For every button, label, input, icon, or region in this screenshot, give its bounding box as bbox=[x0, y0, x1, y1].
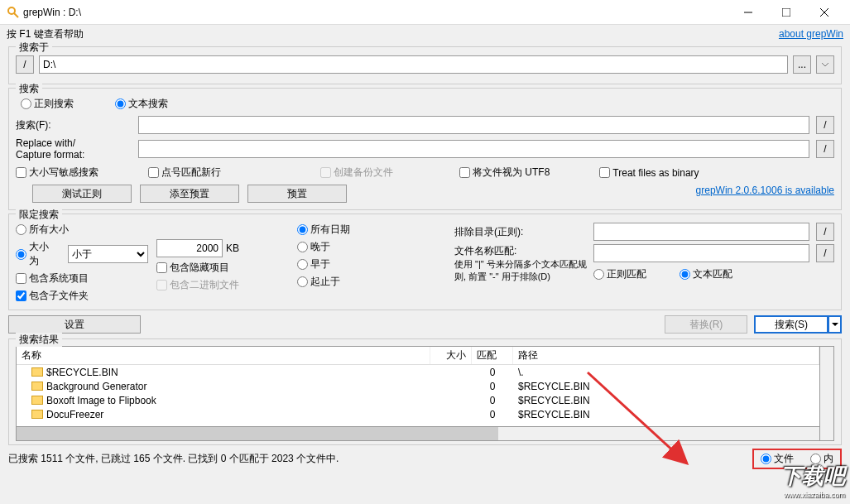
svg-line-1 bbox=[14, 13, 18, 17]
help-text: 按 F1 键查看帮助 bbox=[7, 27, 779, 41]
about-link[interactable]: about grepWin bbox=[779, 28, 843, 40]
results-legend: 搜索结果 bbox=[16, 333, 62, 347]
minimize-button[interactable] bbox=[729, 0, 767, 25]
limit-group: 限定搜索 所有大小 大小为 小于 包含系统项目 包含子文件夹 KB 包含隐藏项目… bbox=[8, 214, 842, 310]
search-button[interactable]: 搜索(S) bbox=[754, 315, 828, 334]
replace-with-label: Replace with/ Capture format: bbox=[16, 137, 132, 161]
presets-button[interactable]: 预置 bbox=[247, 185, 347, 203]
text-search-radio[interactable]: 文本搜索 bbox=[115, 97, 168, 111]
regex-match-radio[interactable]: 正则匹配 bbox=[593, 267, 646, 281]
action-row: 设置 替换(R) 搜索(S) bbox=[8, 315, 842, 334]
treat-utf8-check[interactable]: 将文件视为 UTF8 bbox=[459, 166, 550, 180]
earlier-than-radio[interactable]: 早于 bbox=[297, 257, 446, 271]
replace-button: 替换(R) bbox=[665, 315, 747, 334]
treat-binary-check[interactable]: Treat files as binary bbox=[599, 167, 699, 179]
include-subfolders-check[interactable]: 包含子文件夹 bbox=[16, 289, 148, 303]
filename-hint: 使用 "|" 号来分隔多个文本匹配规则, 前置 "-" 用于排除(D) bbox=[454, 258, 587, 283]
close-button[interactable] bbox=[805, 0, 843, 25]
search-group: 搜索 正则搜索 文本搜索 搜索(F): / Replace with/ Capt… bbox=[8, 88, 842, 210]
filename-match-input[interactable] bbox=[593, 244, 809, 262]
replace-with-input[interactable] bbox=[138, 140, 809, 158]
table-row[interactable]: $RECYCLE.BIN0\. bbox=[17, 365, 819, 379]
window-title: grepWin : D:\ bbox=[23, 7, 729, 18]
filename-slash-button[interactable]: / bbox=[816, 244, 834, 262]
app-icon bbox=[7, 6, 20, 19]
folder-icon bbox=[31, 410, 43, 419]
later-than-radio[interactable]: 晚于 bbox=[297, 240, 446, 254]
search-for-input[interactable] bbox=[138, 116, 809, 134]
watermark: 下载吧 www.xiazaiba.com bbox=[780, 462, 845, 499]
search-slash-button[interactable]: / bbox=[816, 116, 834, 134]
between-radio[interactable]: 起止于 bbox=[297, 275, 446, 289]
results-table[interactable]: 名称 大小 匹配 路径 $RECYCLE.BIN0\.Background Ge… bbox=[16, 346, 820, 427]
size-value-input[interactable] bbox=[156, 239, 223, 257]
browse-button[interactable]: ... bbox=[793, 55, 811, 74]
update-link[interactable]: grepWin 2.0.6.1006 is available bbox=[696, 185, 834, 203]
size-is-radio[interactable]: 大小为 bbox=[16, 240, 58, 268]
vertical-scrollbar[interactable] bbox=[820, 346, 834, 441]
col-size[interactable]: 大小 bbox=[430, 347, 472, 364]
regex-search-radio[interactable]: 正则搜索 bbox=[21, 97, 74, 111]
case-sensitive-check[interactable]: 大小写敏感搜索 bbox=[16, 166, 98, 180]
include-binary-check: 包含二进制文件 bbox=[156, 278, 289, 292]
titlebar: grepWin : D:\ bbox=[0, 0, 850, 25]
search-in-legend: 搜索于 bbox=[16, 41, 52, 55]
table-row[interactable]: Background Generator0$RECYCLE.BIN bbox=[17, 379, 819, 393]
help-row: 按 F1 键查看帮助 about grepWin bbox=[0, 25, 850, 43]
exclude-dirs-label: 排除目录(正则): bbox=[454, 225, 587, 239]
path-slash-button[interactable]: / bbox=[16, 55, 34, 74]
search-in-group: 搜索于 / ... bbox=[8, 46, 842, 84]
include-hidden-check[interactable]: 包含隐藏项目 bbox=[156, 261, 289, 275]
exclude-slash-button[interactable]: / bbox=[816, 223, 834, 241]
folder-icon bbox=[31, 382, 43, 391]
status-text: 已搜索 1511 个文件, 已跳过 165 个文件. 已找到 0 个匹配于 20… bbox=[8, 452, 339, 466]
svg-rect-3 bbox=[782, 8, 790, 17]
svg-point-0 bbox=[8, 7, 15, 14]
settings-button[interactable]: 设置 bbox=[8, 315, 141, 334]
folder-icon bbox=[31, 396, 43, 405]
table-header: 名称 大小 匹配 路径 bbox=[17, 347, 819, 365]
maximize-button[interactable] bbox=[767, 0, 805, 25]
search-for-label: 搜索(F): bbox=[16, 118, 132, 132]
size-compare-select[interactable]: 小于 bbox=[68, 245, 148, 263]
all-sizes-radio[interactable]: 所有大小 bbox=[16, 223, 148, 237]
all-dates-radio[interactable]: 所有日期 bbox=[297, 223, 446, 237]
text-match-radio[interactable]: 文本匹配 bbox=[680, 267, 732, 281]
search-dropdown-button[interactable] bbox=[828, 315, 842, 334]
path-dropdown-button[interactable] bbox=[816, 55, 834, 74]
create-backup-check: 创建备份文件 bbox=[320, 166, 393, 180]
table-row[interactable]: DocuFreezer0$RECYCLE.BIN bbox=[17, 407, 819, 421]
col-match[interactable]: 匹配 bbox=[472, 347, 513, 364]
include-system-check[interactable]: 包含系统项目 bbox=[16, 271, 148, 286]
search-legend: 搜索 bbox=[16, 82, 42, 96]
filename-match-label: 文件名称匹配: bbox=[454, 244, 587, 258]
results-group: 搜索结果 名称 大小 匹配 路径 $RECYCLE.BIN0\.Backgrou… bbox=[8, 338, 842, 445]
folder-icon bbox=[31, 367, 43, 377]
col-name[interactable]: 名称 bbox=[17, 347, 430, 364]
status-bar: 已搜索 1511 个文件, 已跳过 165 个文件. 已找到 0 个匹配于 20… bbox=[8, 449, 842, 469]
dot-newline-check[interactable]: 点号匹配新行 bbox=[148, 166, 221, 180]
col-path[interactable]: 路径 bbox=[513, 347, 819, 364]
table-row[interactable]: Boxoft Image to Flipbook0$RECYCLE.BIN bbox=[17, 393, 819, 407]
size-unit-label: KB bbox=[226, 242, 239, 254]
limit-legend: 限定搜索 bbox=[16, 208, 62, 222]
replace-slash-button[interactable]: / bbox=[816, 140, 834, 158]
test-regex-button[interactable]: 测试正则 bbox=[32, 185, 132, 203]
add-preset-button[interactable]: 添至预置 bbox=[140, 185, 239, 203]
horizontal-scrollbar[interactable] bbox=[16, 427, 820, 441]
search-path-input[interactable] bbox=[39, 55, 788, 74]
exclude-dirs-input[interactable] bbox=[593, 223, 809, 241]
